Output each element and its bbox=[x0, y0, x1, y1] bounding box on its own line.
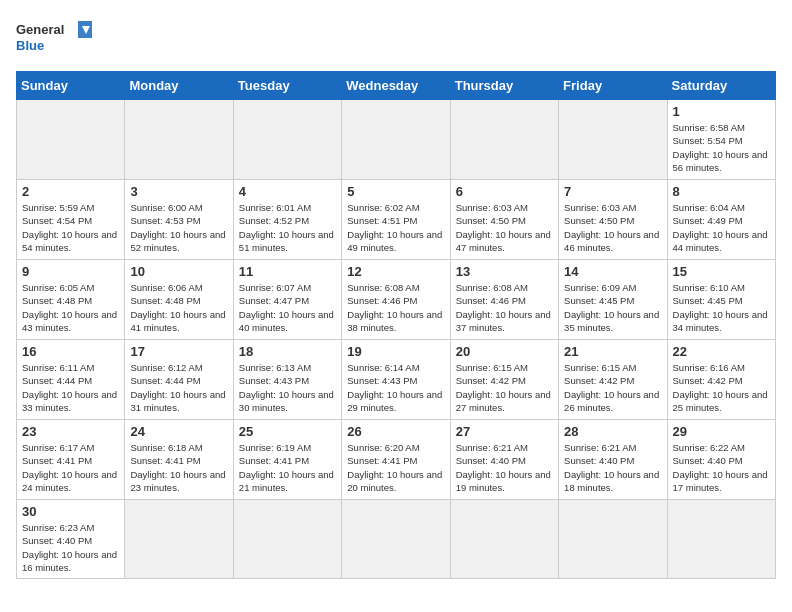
day-info: Sunrise: 6:03 AM Sunset: 4:50 PM Dayligh… bbox=[456, 201, 553, 254]
day-info: Sunrise: 6:15 AM Sunset: 4:42 PM Dayligh… bbox=[564, 361, 661, 414]
day-info: Sunrise: 6:09 AM Sunset: 4:45 PM Dayligh… bbox=[564, 281, 661, 334]
calendar-cell bbox=[450, 100, 558, 180]
calendar-cell bbox=[450, 500, 558, 579]
day-info: Sunrise: 6:05 AM Sunset: 4:48 PM Dayligh… bbox=[22, 281, 119, 334]
calendar-cell: 29Sunrise: 6:22 AM Sunset: 4:40 PM Dayli… bbox=[667, 420, 775, 500]
calendar-cell bbox=[233, 100, 341, 180]
calendar-cell: 26Sunrise: 6:20 AM Sunset: 4:41 PM Dayli… bbox=[342, 420, 450, 500]
day-info: Sunrise: 6:08 AM Sunset: 4:46 PM Dayligh… bbox=[456, 281, 553, 334]
weekday-header-wednesday: Wednesday bbox=[342, 72, 450, 100]
day-number: 19 bbox=[347, 344, 444, 359]
calendar-cell: 21Sunrise: 6:15 AM Sunset: 4:42 PM Dayli… bbox=[559, 340, 667, 420]
day-info: Sunrise: 6:19 AM Sunset: 4:41 PM Dayligh… bbox=[239, 441, 336, 494]
day-number: 14 bbox=[564, 264, 661, 279]
svg-text:Blue: Blue bbox=[16, 38, 44, 53]
day-number: 20 bbox=[456, 344, 553, 359]
calendar-cell: 22Sunrise: 6:16 AM Sunset: 4:42 PM Dayli… bbox=[667, 340, 775, 420]
weekday-header-friday: Friday bbox=[559, 72, 667, 100]
day-info: Sunrise: 6:22 AM Sunset: 4:40 PM Dayligh… bbox=[673, 441, 770, 494]
day-number: 1 bbox=[673, 104, 770, 119]
calendar-cell: 24Sunrise: 6:18 AM Sunset: 4:41 PM Dayli… bbox=[125, 420, 233, 500]
day-info: Sunrise: 6:21 AM Sunset: 4:40 PM Dayligh… bbox=[564, 441, 661, 494]
day-number: 16 bbox=[22, 344, 119, 359]
week-row-2: 9Sunrise: 6:05 AM Sunset: 4:48 PM Daylig… bbox=[17, 260, 776, 340]
day-info: Sunrise: 6:11 AM Sunset: 4:44 PM Dayligh… bbox=[22, 361, 119, 414]
day-number: 27 bbox=[456, 424, 553, 439]
calendar-cell: 20Sunrise: 6:15 AM Sunset: 4:42 PM Dayli… bbox=[450, 340, 558, 420]
week-row-5: 30Sunrise: 6:23 AM Sunset: 4:40 PM Dayli… bbox=[17, 500, 776, 579]
day-number: 23 bbox=[22, 424, 119, 439]
day-info: Sunrise: 5:59 AM Sunset: 4:54 PM Dayligh… bbox=[22, 201, 119, 254]
calendar-cell: 2Sunrise: 5:59 AM Sunset: 4:54 PM Daylig… bbox=[17, 180, 125, 260]
day-info: Sunrise: 6:08 AM Sunset: 4:46 PM Dayligh… bbox=[347, 281, 444, 334]
day-info: Sunrise: 6:15 AM Sunset: 4:42 PM Dayligh… bbox=[456, 361, 553, 414]
day-number: 11 bbox=[239, 264, 336, 279]
weekday-header-sunday: Sunday bbox=[17, 72, 125, 100]
calendar-cell bbox=[233, 500, 341, 579]
day-info: Sunrise: 6:10 AM Sunset: 4:45 PM Dayligh… bbox=[673, 281, 770, 334]
day-info: Sunrise: 6:58 AM Sunset: 5:54 PM Dayligh… bbox=[673, 121, 770, 174]
day-info: Sunrise: 6:17 AM Sunset: 4:41 PM Dayligh… bbox=[22, 441, 119, 494]
calendar-cell: 12Sunrise: 6:08 AM Sunset: 4:46 PM Dayli… bbox=[342, 260, 450, 340]
calendar-cell: 8Sunrise: 6:04 AM Sunset: 4:49 PM Daylig… bbox=[667, 180, 775, 260]
day-number: 6 bbox=[456, 184, 553, 199]
week-row-3: 16Sunrise: 6:11 AM Sunset: 4:44 PM Dayli… bbox=[17, 340, 776, 420]
day-number: 26 bbox=[347, 424, 444, 439]
day-info: Sunrise: 6:06 AM Sunset: 4:48 PM Dayligh… bbox=[130, 281, 227, 334]
day-number: 17 bbox=[130, 344, 227, 359]
calendar-cell bbox=[17, 100, 125, 180]
day-info: Sunrise: 6:00 AM Sunset: 4:53 PM Dayligh… bbox=[130, 201, 227, 254]
calendar-cell: 25Sunrise: 6:19 AM Sunset: 4:41 PM Dayli… bbox=[233, 420, 341, 500]
day-number: 5 bbox=[347, 184, 444, 199]
logo: General Blue bbox=[16, 16, 96, 61]
day-info: Sunrise: 6:16 AM Sunset: 4:42 PM Dayligh… bbox=[673, 361, 770, 414]
day-number: 2 bbox=[22, 184, 119, 199]
weekday-header-row: SundayMondayTuesdayWednesdayThursdayFrid… bbox=[17, 72, 776, 100]
day-number: 4 bbox=[239, 184, 336, 199]
calendar-cell: 27Sunrise: 6:21 AM Sunset: 4:40 PM Dayli… bbox=[450, 420, 558, 500]
day-info: Sunrise: 6:07 AM Sunset: 4:47 PM Dayligh… bbox=[239, 281, 336, 334]
day-info: Sunrise: 6:18 AM Sunset: 4:41 PM Dayligh… bbox=[130, 441, 227, 494]
weekday-header-thursday: Thursday bbox=[450, 72, 558, 100]
calendar-cell bbox=[125, 100, 233, 180]
day-number: 13 bbox=[456, 264, 553, 279]
day-info: Sunrise: 6:20 AM Sunset: 4:41 PM Dayligh… bbox=[347, 441, 444, 494]
day-info: Sunrise: 6:23 AM Sunset: 4:40 PM Dayligh… bbox=[22, 521, 119, 574]
calendar-cell: 10Sunrise: 6:06 AM Sunset: 4:48 PM Dayli… bbox=[125, 260, 233, 340]
weekday-header-saturday: Saturday bbox=[667, 72, 775, 100]
header: General Blue bbox=[16, 16, 776, 61]
calendar-cell: 14Sunrise: 6:09 AM Sunset: 4:45 PM Dayli… bbox=[559, 260, 667, 340]
calendar-cell: 19Sunrise: 6:14 AM Sunset: 4:43 PM Dayli… bbox=[342, 340, 450, 420]
calendar-cell: 4Sunrise: 6:01 AM Sunset: 4:52 PM Daylig… bbox=[233, 180, 341, 260]
weekday-header-monday: Monday bbox=[125, 72, 233, 100]
calendar-cell: 28Sunrise: 6:21 AM Sunset: 4:40 PM Dayli… bbox=[559, 420, 667, 500]
svg-text:General: General bbox=[16, 22, 64, 37]
day-number: 29 bbox=[673, 424, 770, 439]
calendar-cell: 23Sunrise: 6:17 AM Sunset: 4:41 PM Dayli… bbox=[17, 420, 125, 500]
calendar-cell: 17Sunrise: 6:12 AM Sunset: 4:44 PM Dayli… bbox=[125, 340, 233, 420]
week-row-1: 2Sunrise: 5:59 AM Sunset: 4:54 PM Daylig… bbox=[17, 180, 776, 260]
calendar-cell: 18Sunrise: 6:13 AM Sunset: 4:43 PM Dayli… bbox=[233, 340, 341, 420]
calendar-cell: 16Sunrise: 6:11 AM Sunset: 4:44 PM Dayli… bbox=[17, 340, 125, 420]
calendar-cell: 7Sunrise: 6:03 AM Sunset: 4:50 PM Daylig… bbox=[559, 180, 667, 260]
day-info: Sunrise: 6:14 AM Sunset: 4:43 PM Dayligh… bbox=[347, 361, 444, 414]
day-info: Sunrise: 6:02 AM Sunset: 4:51 PM Dayligh… bbox=[347, 201, 444, 254]
day-info: Sunrise: 6:04 AM Sunset: 4:49 PM Dayligh… bbox=[673, 201, 770, 254]
calendar-cell bbox=[125, 500, 233, 579]
day-info: Sunrise: 6:21 AM Sunset: 4:40 PM Dayligh… bbox=[456, 441, 553, 494]
day-number: 28 bbox=[564, 424, 661, 439]
calendar-cell bbox=[667, 500, 775, 579]
day-number: 12 bbox=[347, 264, 444, 279]
day-info: Sunrise: 6:13 AM Sunset: 4:43 PM Dayligh… bbox=[239, 361, 336, 414]
calendar-cell: 30Sunrise: 6:23 AM Sunset: 4:40 PM Dayli… bbox=[17, 500, 125, 579]
calendar-cell bbox=[342, 100, 450, 180]
day-info: Sunrise: 6:12 AM Sunset: 4:44 PM Dayligh… bbox=[130, 361, 227, 414]
calendar-cell: 1Sunrise: 6:58 AM Sunset: 5:54 PM Daylig… bbox=[667, 100, 775, 180]
calendar-cell bbox=[559, 500, 667, 579]
day-number: 9 bbox=[22, 264, 119, 279]
weekday-header-tuesday: Tuesday bbox=[233, 72, 341, 100]
calendar-cell bbox=[559, 100, 667, 180]
calendar-cell: 13Sunrise: 6:08 AM Sunset: 4:46 PM Dayli… bbox=[450, 260, 558, 340]
day-number: 8 bbox=[673, 184, 770, 199]
day-info: Sunrise: 6:03 AM Sunset: 4:50 PM Dayligh… bbox=[564, 201, 661, 254]
